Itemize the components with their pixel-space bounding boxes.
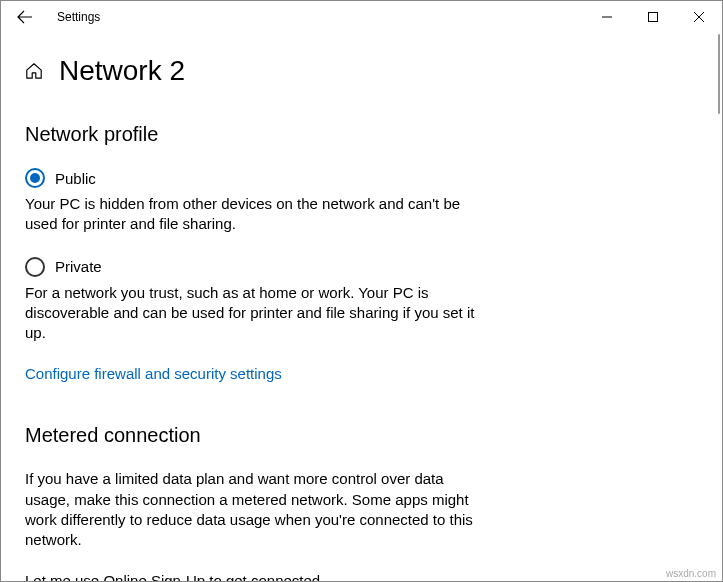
back-arrow-icon (17, 9, 33, 25)
scrollbar-thumb[interactable] (718, 34, 720, 114)
online-signup-text: Let me use Online Sign-Up to get connect… (25, 572, 698, 581)
watermark: wsxdn.com (666, 568, 716, 579)
home-icon[interactable] (25, 62, 43, 80)
svg-rect-0 (649, 13, 658, 22)
radio-label-public: Public (55, 170, 96, 187)
radio-icon (25, 168, 45, 188)
maximize-button[interactable] (630, 1, 676, 33)
page-header: Network 2 (25, 55, 698, 87)
window-controls (584, 1, 722, 33)
scrollbar[interactable] (717, 34, 721, 580)
maximize-icon (648, 12, 658, 22)
metered-description: If you have a limited data plan and want… (25, 469, 480, 550)
radio-option-private[interactable]: Private (25, 257, 698, 277)
content-area: Network 2 Network profile Public Your PC… (1, 33, 722, 581)
back-button[interactable] (9, 1, 41, 33)
firewall-settings-link[interactable]: Configure firewall and security settings (25, 365, 282, 382)
close-icon (694, 12, 704, 22)
minimize-icon (602, 12, 612, 22)
radio-icon (25, 257, 45, 277)
public-description: Your PC is hidden from other devices on … (25, 194, 485, 235)
page-title: Network 2 (59, 55, 185, 87)
section-title-metered-connection: Metered connection (25, 424, 698, 447)
radio-label-private: Private (55, 258, 102, 275)
minimize-button[interactable] (584, 1, 630, 33)
radio-dot-icon (30, 173, 40, 183)
radio-option-public[interactable]: Public (25, 168, 698, 188)
titlebar: Settings (1, 1, 722, 33)
section-title-network-profile: Network profile (25, 123, 698, 146)
window-title: Settings (57, 10, 100, 24)
private-description: For a network you trust, such as at home… (25, 283, 485, 344)
close-button[interactable] (676, 1, 722, 33)
